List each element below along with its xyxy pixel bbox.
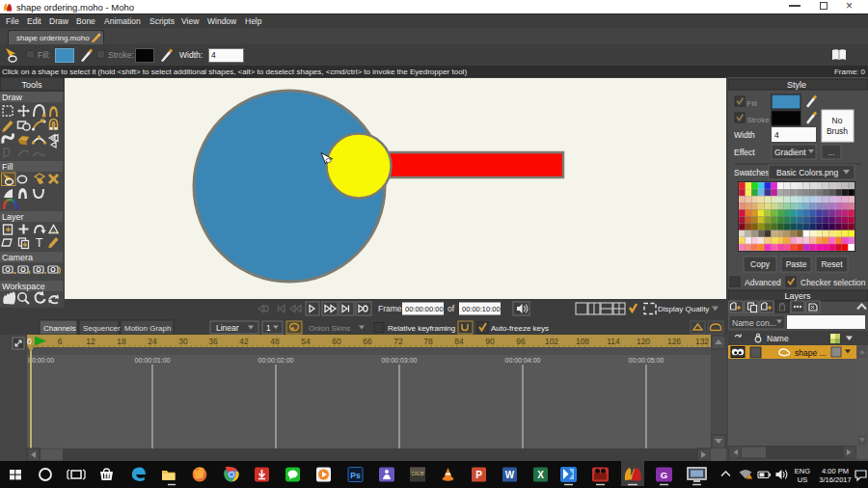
svg-text:Paste: Paste	[786, 259, 807, 269]
svg-text:60: 60	[332, 337, 341, 346]
svg-text:00:00:05:00: 00:00:05:00	[629, 357, 665, 364]
svg-text:Checker selection: Checker selection	[800, 278, 866, 287]
svg-text:Name: Name	[767, 334, 789, 343]
svg-text:Name con...: Name con...	[732, 318, 776, 328]
svg-text:US: US	[798, 475, 807, 484]
svg-text:ENG: ENG	[795, 467, 810, 475]
svg-text:Gradient: Gradient	[774, 148, 806, 157]
svg-text:114: 114	[607, 337, 620, 346]
svg-text:00:00:01:00: 00:00:01:00	[135, 357, 171, 364]
svg-text:Ps: Ps	[350, 471, 361, 480]
svg-text:Swatches: Swatches	[734, 168, 770, 177]
svg-text:Workspace: Workspace	[2, 282, 45, 291]
svg-text:Motion Graph: Motion Graph	[124, 324, 171, 333]
svg-text:36: 36	[208, 337, 218, 346]
svg-text:Camera: Camera	[2, 253, 33, 262]
svg-text:Effect: Effect	[734, 148, 755, 157]
svg-text:...: ...	[827, 148, 834, 157]
svg-text:00:00:10:00: 00:00:10:00	[462, 305, 501, 313]
svg-text:0: 0	[27, 337, 32, 346]
svg-text:Style: Style	[787, 80, 806, 90]
svg-text:108: 108	[576, 337, 589, 346]
svg-text:Stroke: Stroke	[747, 116, 771, 124]
svg-text:3/16/2017: 3/16/2017	[819, 475, 851, 484]
svg-text:No: No	[832, 116, 843, 125]
svg-text:Fill: Fill	[2, 162, 14, 172]
svg-text:42: 42	[239, 337, 249, 346]
svg-text:126: 126	[667, 337, 681, 346]
svg-text:Onion Skins: Onion Skins	[309, 324, 350, 333]
svg-text:Layer: Layer	[2, 212, 24, 222]
svg-text:Copy: Copy	[750, 259, 771, 269]
svg-text:4:00 PM: 4:00 PM	[822, 467, 849, 475]
svg-text:Tools: Tools	[21, 80, 42, 90]
svg-text:Channels: Channels	[43, 324, 76, 333]
svg-text:18: 18	[117, 337, 126, 346]
svg-text:66: 66	[363, 337, 372, 346]
svg-text:Frame: Frame	[378, 304, 402, 313]
svg-text:1: 1	[266, 323, 271, 333]
svg-text:4: 4	[774, 130, 779, 140]
svg-text:12: 12	[86, 337, 95, 346]
svg-text:54: 54	[301, 337, 311, 346]
svg-text:00:00:02:00: 00:00:02:00	[258, 357, 294, 364]
svg-text:6: 6	[58, 337, 63, 346]
svg-text:CALIB: CALIB	[411, 472, 423, 476]
svg-text:102: 102	[545, 337, 558, 346]
svg-text:shape ...: shape ...	[795, 348, 827, 358]
svg-text:00:00:00: 00:00:00	[28, 357, 54, 364]
svg-text:G: G	[661, 470, 667, 480]
svg-text:P: P	[475, 470, 482, 480]
svg-text:of: of	[448, 304, 455, 313]
svg-text:00:00:00:00: 00:00:00:00	[405, 305, 444, 313]
svg-text:00:00:03:00: 00:00:03:00	[382, 357, 418, 364]
svg-text:Basic Colors.png: Basic Colors.png	[776, 168, 839, 177]
svg-text:48: 48	[270, 337, 280, 346]
svg-text:90: 90	[485, 337, 495, 346]
svg-text:24: 24	[148, 337, 157, 346]
svg-text:T: T	[36, 236, 43, 250]
svg-text:W: W	[505, 470, 515, 480]
svg-text:Brush: Brush	[827, 126, 848, 136]
svg-text:Layers: Layers	[784, 291, 811, 301]
svg-text:72: 72	[393, 337, 403, 346]
svg-text:Width: Width	[734, 130, 755, 140]
svg-text:Sequencer: Sequencer	[83, 324, 121, 333]
svg-text:Display Quality: Display Quality	[658, 305, 709, 313]
svg-text:30: 30	[178, 337, 188, 346]
svg-text:Draw: Draw	[2, 93, 23, 102]
svg-text:X: X	[537, 470, 544, 480]
svg-text:Advanced: Advanced	[745, 278, 781, 287]
svg-text:120: 120	[637, 337, 650, 346]
svg-text:Auto-freeze keys: Auto-freeze keys	[491, 324, 549, 333]
svg-text:96: 96	[516, 337, 526, 346]
svg-text:Reset: Reset	[821, 259, 843, 269]
svg-text:132: 132	[695, 337, 709, 346]
svg-text:Relative keyframing: Relative keyframing	[388, 324, 455, 333]
svg-text:Linear: Linear	[216, 323, 239, 333]
svg-text:Fill: Fill	[747, 99, 757, 108]
svg-text:78: 78	[423, 337, 433, 346]
svg-text:00:00:04:00: 00:00:04:00	[505, 357, 541, 364]
svg-text:84: 84	[454, 337, 464, 346]
